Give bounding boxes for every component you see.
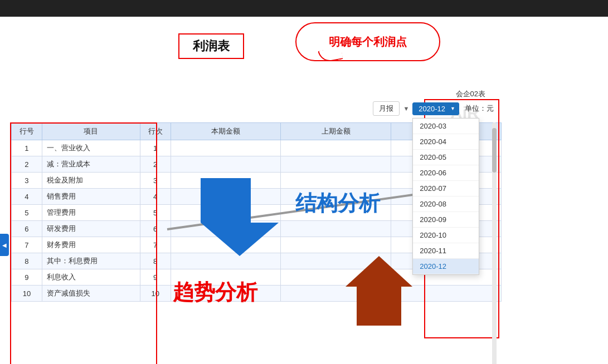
cell-xiangmu: 资产减值损失: [42, 286, 140, 302]
cell-hangci: 4: [140, 189, 171, 205]
controls-row: 月报 ▼ 2020-12 2020-03 2020-04 2020-05 202…: [373, 101, 494, 116]
cell-linehao: 8: [12, 253, 42, 269]
dropdown-item-2020-09[interactable]: 2020-09: [413, 212, 479, 228]
dropdown-item-2020-11[interactable]: 2020-11: [413, 243, 479, 259]
cell-hangci: 8: [140, 253, 171, 269]
speech-bubble-text: 明确每个利润点: [329, 35, 407, 50]
cell-hangci: 7: [140, 237, 171, 253]
cell-sqje: [281, 221, 391, 237]
cell-sqje: [281, 156, 391, 173]
dropdown-item-2020-03[interactable]: 2020-03: [413, 119, 479, 134]
right-scrollbar[interactable]: [492, 122, 497, 364]
th-hangci: 行次: [140, 123, 171, 140]
cell-linehao: 5: [12, 205, 42, 221]
cell-xiangmu: 管理费用: [42, 205, 140, 221]
th-bqje: 本期金额: [171, 123, 281, 140]
top-right-info: 会企02表: [456, 89, 485, 99]
cell-linehao: 4: [12, 189, 42, 205]
cell-linehao: 1: [12, 140, 42, 156]
date-select-trigger[interactable]: 2020-12: [412, 102, 459, 115]
cell-xiangmu: 减：营业成本: [42, 156, 140, 173]
th-sqje: 上期金额: [281, 123, 391, 140]
cell-hangci: 1: [140, 140, 171, 156]
brown-arrow-up-icon: [346, 256, 412, 326]
cell-xiangmu: 一、营业收入: [42, 140, 140, 156]
title-text: 利润表: [193, 39, 230, 53]
th-xiangmu: 项目: [42, 123, 140, 140]
date-select-box: 2020-12 2020-03 2020-04 2020-05 2020-06 …: [412, 102, 459, 115]
period-chevron-icon: ▼: [403, 105, 409, 112]
dropdown-menu: 2020-03 2020-04 2020-05 2020-06 2020-07 …: [412, 118, 479, 275]
th-linehao: 行号: [12, 123, 42, 140]
jiegou-text: 结构分析: [295, 189, 380, 218]
title-box: 利润表: [178, 33, 244, 59]
dropdown-item-2020-08[interactable]: 2020-08: [413, 196, 479, 212]
cell-xiangmu: 财务费用: [42, 237, 140, 253]
cell-xiangmu: 其中：利息费用: [42, 253, 140, 269]
cell-sqje: [281, 173, 391, 189]
cell-linehao: 7: [12, 237, 42, 253]
top-bar: [0, 0, 608, 17]
left-tab-icon[interactable]: [0, 234, 9, 256]
cell-linehao: 2: [12, 156, 42, 173]
cell-xiangmu: 利息收入: [42, 269, 140, 286]
cell-bqje: [171, 156, 281, 173]
dropdown-item-2020-05[interactable]: 2020-05: [413, 150, 479, 165]
dropdown-item-2020-07[interactable]: 2020-07: [413, 181, 479, 196]
dropdown-item-2020-04[interactable]: 2020-04: [413, 134, 479, 150]
dropdown-item-2020-06[interactable]: 2020-06: [413, 165, 479, 181]
cell-linehao: 9: [12, 269, 42, 286]
main-content: 明确每个利润点 利润表 会企02表 月报 ▼ 2020-12 2020-03 2…: [0, 17, 608, 364]
speech-bubble: 明确每个利润点: [295, 22, 440, 61]
unit-label: 单位：元: [465, 104, 494, 114]
period-button[interactable]: 月报: [373, 101, 400, 116]
cell-hangci: 6: [140, 221, 171, 237]
cell-xiangmu: 研发费用: [42, 221, 140, 237]
cell-hangci: 10: [140, 286, 171, 302]
dropdown-item-2020-12[interactable]: 2020-12: [413, 259, 479, 274]
cell-sqje: [281, 237, 391, 253]
cell-linehao: 10: [12, 286, 42, 302]
scrollbar-thumb: [492, 128, 497, 173]
cell-sqje: [281, 140, 391, 156]
cell-hangci: 5: [140, 205, 171, 221]
cell-hangci: 9: [140, 269, 171, 286]
cell-xiangmu: 税金及附加: [42, 173, 140, 189]
cell-xiangmu: 销售费用: [42, 189, 140, 205]
cell-linehao: 6: [12, 221, 42, 237]
qushi-text: 趋势分析: [173, 278, 257, 307]
dropdown-item-2020-10[interactable]: 2020-10: [413, 228, 479, 243]
cell-hangci: 3: [140, 173, 171, 189]
company-label: 会企02表: [456, 90, 485, 98]
cell-hangci: 2: [140, 156, 171, 173]
cell-bqje: [171, 140, 281, 156]
cell-linehao: 3: [12, 173, 42, 189]
